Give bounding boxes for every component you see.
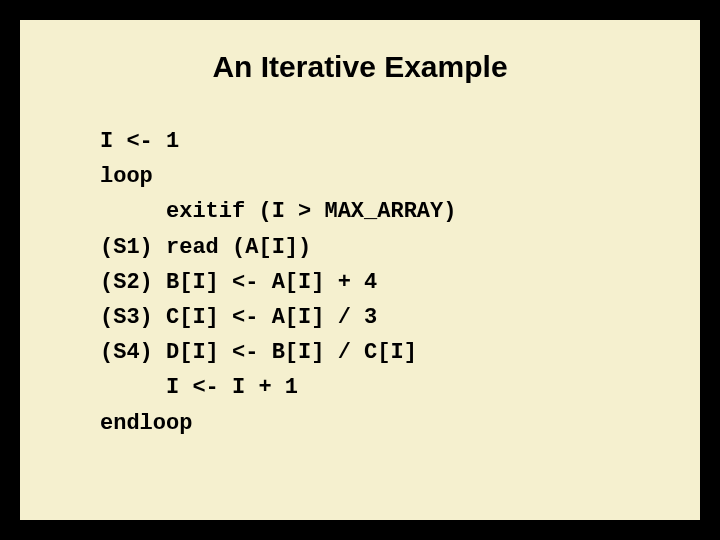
code-line: (S2) B[I] <- A[I] + 4: [100, 270, 377, 295]
code-line: I <- 1: [100, 129, 179, 154]
code-line: endloop: [100, 411, 192, 436]
slide-panel: An Iterative Example I <- 1 loop exitif …: [18, 18, 702, 522]
code-line: loop: [100, 164, 153, 189]
code-block: I <- 1 loop exitif (I > MAX_ARRAY) (S1) …: [100, 124, 650, 441]
code-line: I <- I + 1: [100, 375, 298, 400]
slide-outer-frame: An Iterative Example I <- 1 loop exitif …: [0, 0, 720, 540]
code-line: (S3) C[I] <- A[I] / 3: [100, 305, 377, 330]
code-line: (S1) read (A[I]): [100, 235, 311, 260]
slide-title: An Iterative Example: [70, 50, 650, 84]
code-line: exitif (I > MAX_ARRAY): [100, 199, 456, 224]
code-line: (S4) D[I] <- B[I] / C[I]: [100, 340, 417, 365]
